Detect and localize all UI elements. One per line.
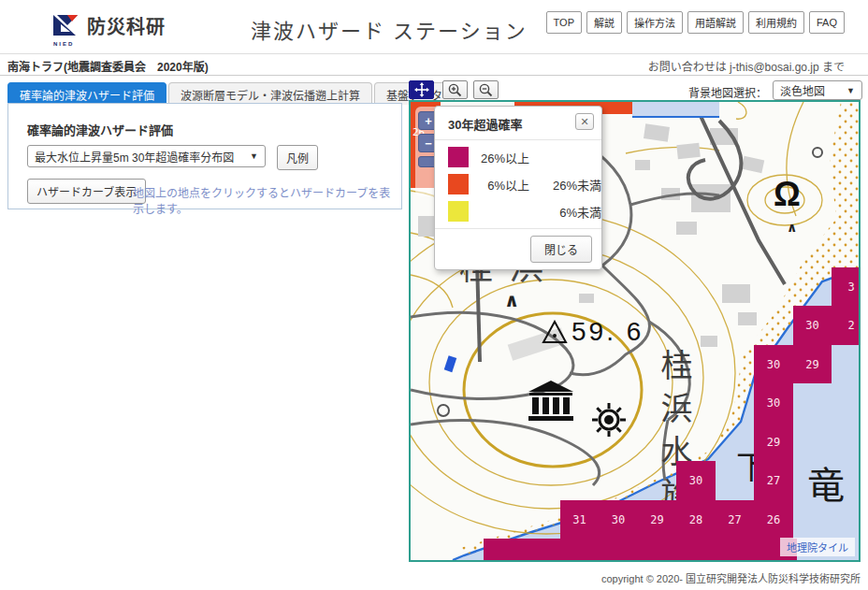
legend-items: 26%以上 6%以上 26%未満 6%未満: [435, 147, 601, 222]
control-panel: 確率論的津波ハザード評価 最大水位上昇量5m 30年超過確率分布図 ▼ 凡例 ハ…: [7, 103, 402, 209]
hazard-curve-hint: 地図上の地点をクリックするとハザードカーブを表示します。: [133, 184, 401, 216]
distribution-map-select-value: 最大水位上昇量5m 30年超過確率分布図: [35, 149, 234, 165]
legend-popup: 30年超過確率 ✕ 26%以上 6%以上 26%未満 6%未満: [434, 106, 602, 270]
background-map-label: 背景地図選択：: [688, 84, 767, 100]
background-map-select-value: 淡色地図: [780, 82, 825, 98]
elevation-point: 59. 6: [542, 317, 644, 347]
logo[interactable]: 防災科研: [51, 11, 166, 39]
legend-title: 30年超過確率: [448, 118, 522, 132]
subheader: 南海トラフ(地震調査委員会 2020年版) お問い合わせは j-this@bos…: [0, 54, 868, 76]
probability-cell[interactable]: 30: [754, 383, 793, 423]
nav-glossary-button[interactable]: 用語解説: [687, 11, 744, 34]
legend-button[interactable]: 凡例: [277, 145, 318, 170]
probability-cell[interactable]: 2: [832, 306, 861, 345]
background-map-select[interactable]: 淡色地図 ▼: [773, 80, 862, 100]
legend-swatch-yellow: [448, 201, 469, 222]
zoom-in-tool-button[interactable]: [442, 80, 468, 99]
museum-icon: [528, 381, 573, 422]
nav-top-button[interactable]: TOP: [546, 11, 582, 34]
map-label-cape: 竜: [807, 455, 845, 510]
zoom-out-tool-button[interactable]: [473, 80, 499, 99]
probability-cell[interactable]: 29: [754, 423, 793, 461]
legend-label: 6%未満: [529, 203, 601, 221]
probability-cell[interactable]: 29: [638, 500, 676, 539]
nav-kaisetsu-button[interactable]: 解説: [586, 11, 622, 34]
distribution-map-select[interactable]: 最大水位上昇量5m 30年超過確率分布図 ▼: [27, 145, 266, 167]
probability-cell[interactable]: 28: [676, 500, 716, 539]
chevron-down-icon: ▼: [846, 86, 855, 95]
panel-heading: 確率論的津波ハザード評価: [27, 121, 173, 138]
probability-cell[interactable]: 30: [754, 345, 793, 383]
region-label: 南海トラフ(地震調査委員会 2020年版): [7, 58, 209, 74]
nav-howto-button[interactable]: 操作方法: [627, 11, 683, 34]
tab-source-fault-model[interactable]: 波源断層モデル・津波伝播遡上計算: [168, 82, 372, 105]
legend-close-button[interactable]: 閉じる: [530, 236, 592, 263]
probability-cell[interactable]: 30: [793, 306, 832, 345]
legend-popup-footer: 閉じる: [435, 228, 601, 269]
map-attribution[interactable]: 地理院タイル: [780, 538, 855, 556]
nav-faq-button[interactable]: FAQ: [809, 11, 845, 34]
logo-text: 防災科研: [87, 12, 166, 39]
magnifier-minus-icon: [479, 83, 493, 97]
page: { "header": { "logo_text": "防災科研", "logo…: [0, 0, 868, 590]
probability-cell[interactable]: 26: [754, 500, 793, 539]
probability-cell[interactable]: 30: [676, 461, 716, 500]
close-icon[interactable]: ✕: [575, 113, 594, 130]
move-icon: [414, 82, 429, 97]
header-nav: TOP 解説 操作方法 用語解説 利用規約 FAQ: [546, 11, 845, 34]
map-mark: ∧: [787, 220, 797, 235]
legend-swatch-orange: [448, 174, 469, 194]
legend-item-low: 6%未満: [448, 201, 601, 222]
probability-cell[interactable]: 29: [793, 345, 832, 383]
map-toolbar: 背景地図選択： 淡色地図 ▼: [409, 80, 862, 99]
monument-symbol: Ω: [774, 175, 801, 214]
legend-item-high: 26%以上: [448, 147, 601, 167]
probability-cell[interactable]: [484, 539, 797, 560]
legend-label: 26%未満: [529, 176, 601, 194]
legend-label: 6%以上: [472, 176, 529, 194]
map-viewport[interactable]: 桂浜 桂浜水族館 下 竜 X Ω ∧ ∧ 59. 6: [409, 100, 861, 562]
header: 防災科研 NIED 津波ハザード ステーション TOP 解説 操作方法 用語解説…: [0, 0, 868, 54]
legend-label: 26%以上: [472, 149, 529, 166]
nied-logo-icon: [51, 11, 80, 39]
footer-copyright: copyright © 2020- 国立研究開発法人防災科学技術研究所: [601, 570, 861, 585]
tab-bar: 確率論的津波ハザード評価 波源断層モデル・津波伝播遡上計算 基盤データ: [7, 82, 455, 105]
hazard-curve-button[interactable]: ハザードカーブ表示: [27, 179, 146, 204]
elevation-value: 59. 6: [571, 317, 644, 347]
legend-popup-header: 30年超過確率 ✕: [435, 107, 601, 140]
pan-tool-button[interactable]: [409, 80, 434, 99]
legend-swatch-magenta: [448, 147, 469, 167]
logo-sub-text: NIED: [53, 41, 74, 47]
triangulation-icon: [542, 320, 568, 344]
nav-terms-button[interactable]: 利用規約: [748, 11, 804, 34]
probability-cell[interactable]: 3: [832, 267, 861, 306]
magnifier-plus-icon: [448, 83, 462, 97]
probability-cell[interactable]: 31: [560, 500, 599, 539]
map-mark: ∧: [504, 289, 519, 311]
chevron-down-icon: ▼: [250, 151, 258, 161]
contact-text: お問い合わせは j-this@bosai.go.jp まで: [648, 58, 845, 74]
probability-cell[interactable]: 30: [599, 500, 638, 539]
probability-cell[interactable]: 27: [754, 461, 793, 500]
sea-patch: [632, 102, 719, 118]
lighthouse-icon: [590, 401, 628, 439]
tab-probabilistic-hazard[interactable]: 確率論的津波ハザード評価: [7, 82, 166, 105]
page-title: 津波ハザード ステーション: [251, 14, 528, 44]
probability-cell[interactable]: 27: [716, 500, 754, 539]
legend-item-mid: 6%以上 26%未満: [448, 174, 601, 194]
